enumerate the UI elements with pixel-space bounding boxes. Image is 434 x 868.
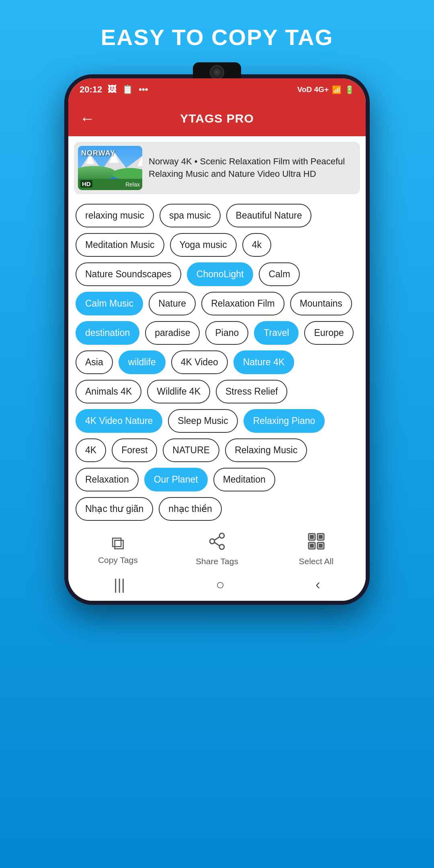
tag-item[interactable]: Europe [304,321,353,345]
tag-item[interactable]: Our Planet [144,468,208,491]
phone-frame: 20:12 🖼 📋 ••• VoD 4G+ 📶 🔋 ← YTAGS PRO [64,74,370,605]
tag-item[interactable]: NATURE [163,438,219,462]
tag-item[interactable]: Meditation Music [76,233,164,257]
nav-back-icon[interactable]: ‹ [315,576,320,593]
select-all-label: Select All [299,557,333,566]
svg-rect-19 [319,535,323,539]
tag-item[interactable]: Sleep Music [168,409,237,433]
share-tags-label: Share Tags [196,557,238,566]
video-title: Norway 4K • Scenic Relaxation Film with … [149,156,356,180]
status-bar: 20:12 🖼 📋 ••• VoD 4G+ 📶 🔋 [68,78,366,101]
tag-item[interactable]: wildlife [119,350,166,374]
tag-item[interactable]: Relaxing Music [225,438,307,462]
back-button[interactable]: ← [80,111,95,126]
tag-item[interactable]: Relaxation Film [201,292,285,315]
svg-rect-20 [310,544,314,548]
copy-tags-button[interactable]: ⧉ Copy Tags [68,534,168,565]
notification-icon: 🖼 [108,84,117,95]
sim-icon: 📋 [122,84,133,95]
tag-item[interactable]: Nature Soundscapes [76,262,181,286]
tag-item[interactable]: spa music [160,204,221,227]
tag-item[interactable]: Nature 4K [233,350,295,374]
app-bar-title: YTAGS PRO [180,112,254,125]
tag-item[interactable]: relaxing music [76,204,154,227]
share-icon [208,532,226,553]
tag-item[interactable]: Animals 4K [76,380,141,403]
signal-icon: 📶 [332,85,342,94]
tag-item[interactable]: Nhạc thư giãn [76,497,153,521]
tag-item[interactable]: Relaxing Piano [244,409,325,433]
tag-item[interactable]: Travel [254,321,299,345]
nav-recents-icon[interactable]: ||| [114,576,125,593]
svg-line-13 [215,542,219,546]
camera-lens [210,65,224,80]
tag-item[interactable]: Mountains [290,292,352,315]
tag-item[interactable]: Stress Relief [216,380,287,403]
svg-point-10 [219,545,224,549]
copy-tags-label: Copy Tags [98,555,138,565]
thumb-relax-label: Relax [125,181,140,188]
tag-item[interactable]: ChonoLight [187,262,254,286]
tag-item[interactable]: Asia [76,350,113,374]
select-all-button[interactable]: Select All [266,532,366,566]
bottom-action-bar: ⧉ Copy Tags Share Tags [68,525,366,572]
tag-item[interactable]: nhạc thiền [159,497,222,521]
copy-icon: ⧉ [111,534,125,552]
tag-item[interactable]: Calm Music [76,292,143,315]
select-all-icon [307,532,326,553]
phone-screen: 20:12 🖼 📋 ••• VoD 4G+ 📶 🔋 ← YTAGS PRO [68,78,366,601]
page-title: EASY TO COPY TAG [101,24,334,50]
tag-item[interactable]: 4k [242,233,271,257]
tag-item[interactable]: destination [76,321,139,345]
carrier-label: VoD 4G+ [297,85,329,94]
tag-item[interactable]: Nature [149,292,196,315]
tag-item[interactable]: Forest [112,438,157,462]
navigation-bar: ||| ○ ‹ [68,572,366,601]
tag-item[interactable]: 4K [76,438,106,462]
tag-item[interactable]: paradise [145,321,200,345]
tag-item[interactable]: Relaxation [76,468,139,491]
tag-item[interactable]: Meditation [213,468,275,491]
tag-item[interactable]: 4K Video Nature [76,409,162,433]
tag-item[interactable]: Calm [259,262,300,286]
svg-rect-21 [319,544,323,548]
menu-icon: ••• [139,84,148,95]
tag-item[interactable]: 4K Video [171,350,228,374]
tags-container: relaxing musicspa musicBeautiful NatureM… [68,200,366,521]
thumb-norway-text: NORWAY [81,149,115,158]
svg-point-9 [219,533,224,538]
battery-icon: 🔋 [345,85,354,94]
svg-point-11 [210,539,215,544]
tag-item[interactable]: Wildlife 4K [147,380,210,403]
share-tags-button[interactable]: Share Tags [168,532,267,566]
tag-item[interactable]: Yoga music [170,233,237,257]
thumb-hd-label: HD [80,180,92,188]
nav-home-icon[interactable]: ○ [216,576,225,593]
tag-item[interactable]: Beautiful Nature [226,204,312,227]
app-bar: ← YTAGS PRO [68,101,366,136]
svg-line-12 [215,537,219,540]
video-card[interactable]: NORWAY HD Relax Norway 4K • Scenic Relax… [74,142,360,194]
time-display: 20:12 [80,84,102,95]
tag-item[interactable]: Piano [205,321,248,345]
svg-rect-18 [310,535,314,539]
video-thumbnail: NORWAY HD Relax [78,146,142,190]
